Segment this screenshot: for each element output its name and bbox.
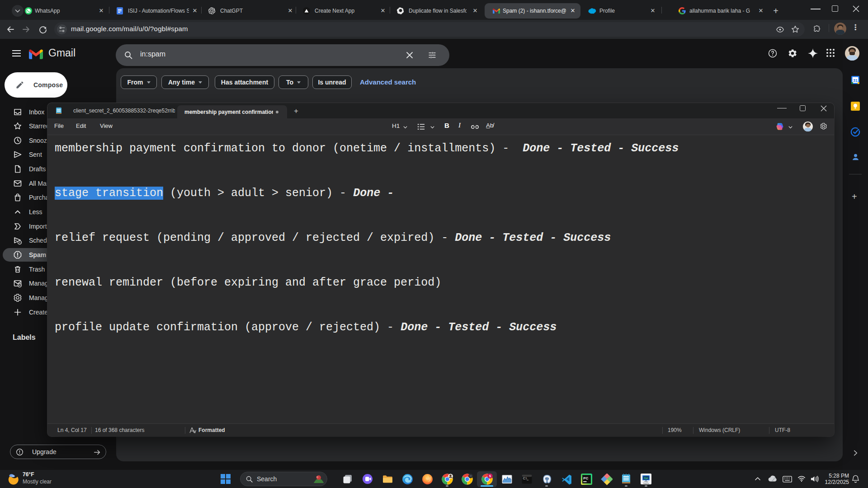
svg-text:Get: Get (644, 477, 648, 479)
svg-text:C:\_: C:\_ (523, 477, 529, 480)
svg-text:TaskPro: TaskPro (643, 483, 649, 484)
svg-text:PC: PC (583, 476, 588, 480)
svg-text:S: S (489, 474, 491, 478)
svg-text:31: 31 (853, 78, 858, 83)
